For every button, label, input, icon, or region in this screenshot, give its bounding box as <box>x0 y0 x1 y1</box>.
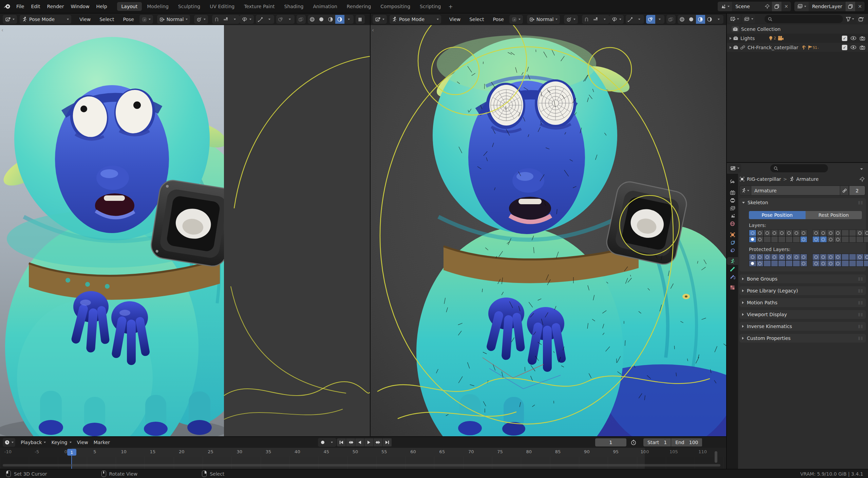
collapse-toolbar-icon[interactable]: ‹ <box>1 27 3 33</box>
layer-cell[interactable] <box>834 236 842 243</box>
pivot-point-selector[interactable] <box>194 15 208 24</box>
layer-cell[interactable] <box>756 230 764 236</box>
layer-cell[interactable] <box>842 230 849 236</box>
preview-range-stopwatch-icon[interactable] <box>630 439 637 445</box>
tab-object-data-armature[interactable] <box>727 257 738 265</box>
editor-type-3d-viewport[interactable] <box>373 15 387 24</box>
shading-rendered-icon[interactable] <box>335 15 344 24</box>
layer-cell[interactable] <box>763 254 771 260</box>
collapse-toolbar-icon[interactable]: ‹ <box>372 27 374 33</box>
expand-icon[interactable] <box>730 37 732 40</box>
pin-icon[interactable] <box>860 177 865 182</box>
jump-to-start-button[interactable] <box>337 438 346 446</box>
gizmo-icon[interactable] <box>256 15 265 24</box>
layer-cell[interactable] <box>849 236 856 243</box>
tab-output[interactable] <box>727 196 738 204</box>
snap-dropdown[interactable] <box>600 15 609 24</box>
tab-world[interactable] <box>727 220 738 228</box>
scene-name[interactable]: Scene <box>732 4 762 9</box>
datablock-users-count[interactable]: 2 <box>849 186 865 195</box>
scene-icon[interactable] <box>718 2 732 11</box>
layer-cell[interactable] <box>849 260 856 267</box>
gizmo-dropdown[interactable] <box>635 15 644 24</box>
pin-icon[interactable] <box>762 2 772 11</box>
jump-to-end-button[interactable] <box>383 438 392 446</box>
render-visibility-icon[interactable] <box>860 45 865 50</box>
collection-checkbox[interactable]: ✓ <box>842 36 847 41</box>
layer-cell[interactable] <box>749 260 756 267</box>
layer-cell[interactable] <box>856 230 864 236</box>
layer-cell[interactable] <box>856 260 864 267</box>
layer-cell[interactable] <box>827 230 834 236</box>
tab-object[interactable] <box>727 231 738 238</box>
layer-cell[interactable] <box>812 236 820 243</box>
layer-cell[interactable] <box>820 236 827 243</box>
editor-type-outliner[interactable] <box>728 15 741 23</box>
shading-wireframe-icon[interactable] <box>308 15 317 24</box>
tab-tool[interactable] <box>727 178 738 186</box>
datablock-name-field[interactable]: Armature <box>751 186 840 195</box>
layer-cell[interactable] <box>864 230 868 236</box>
layer-cell[interactable] <box>849 254 856 260</box>
playback-menu[interactable]: Playback <box>18 440 49 445</box>
editor-type-3d-viewport[interactable] <box>3 15 17 24</box>
layer-cell[interactable] <box>827 260 834 267</box>
breadcrumb-data[interactable]: Armature <box>796 176 819 182</box>
layer-cell[interactable] <box>842 260 849 267</box>
tab-modeling[interactable]: Modeling <box>143 2 173 11</box>
outliner-row-character[interactable]: CH-Franck_caterpillar 51 . ✓ <box>727 43 868 52</box>
menu-edit[interactable]: Edit <box>27 4 43 9</box>
pose-menu[interactable]: Pose <box>490 17 506 22</box>
active-tool-chip[interactable] <box>509 15 523 24</box>
tab-view-layer[interactable] <box>727 204 738 212</box>
pivot-point-selector[interactable] <box>564 15 578 24</box>
shading-rendered-icon[interactable] <box>705 15 714 24</box>
panel-grip-icon[interactable]: ⣿⣿ <box>858 325 863 328</box>
view-layer-icon[interactable] <box>794 2 809 11</box>
play-button[interactable] <box>364 438 373 446</box>
tab-render[interactable] <box>727 189 738 196</box>
xray-toggle[interactable] <box>297 15 306 24</box>
tab-bone[interactable] <box>727 265 738 273</box>
layer-cell[interactable] <box>827 254 834 260</box>
layer-cell[interactable] <box>842 254 849 260</box>
record-icon[interactable] <box>318 438 327 447</box>
layer-cell[interactable] <box>834 230 842 236</box>
timeline-ruler[interactable]: -10-505101520253035404550556065707580859… <box>0 448 726 457</box>
layer-cell[interactable] <box>763 236 771 243</box>
breadcrumb-object[interactable]: RIG-caterpillar <box>747 176 781 182</box>
menu-window[interactable]: Window <box>67 4 93 9</box>
timeline-tracks[interactable] <box>0 457 726 469</box>
xray-toggle[interactable] <box>666 15 676 24</box>
snap-magnet-icon[interactable] <box>212 15 221 24</box>
layer-cell[interactable] <box>864 254 868 260</box>
layer-cell[interactable] <box>800 230 808 236</box>
link-icon[interactable] <box>840 186 849 195</box>
layer-cell[interactable] <box>756 236 764 243</box>
collection-checkbox[interactable]: ✓ <box>842 45 847 50</box>
tab-sculpting[interactable]: Sculpting <box>174 2 205 11</box>
layer-cell[interactable] <box>800 260 808 267</box>
tab-rendering[interactable]: Rendering <box>342 2 376 11</box>
viewport-right-canvas[interactable]: ‹ <box>371 25 726 436</box>
mode-selector[interactable]: Pose Mode <box>390 15 441 24</box>
unlink-scene-button[interactable]: ✕ <box>781 2 791 11</box>
snap-dropdown[interactable] <box>230 15 240 24</box>
blender-logo-icon[interactable] <box>3 3 11 9</box>
expand-icon[interactable] <box>730 46 732 49</box>
transform-orientation[interactable]: Normal <box>157 15 190 24</box>
panel-grip-icon[interactable]: ⣿⣿ <box>858 313 863 316</box>
layer-cell[interactable] <box>834 254 842 260</box>
gizmo-dropdown[interactable] <box>265 15 274 24</box>
new-view-layer-button[interactable] <box>846 2 855 11</box>
panel-custom-properties[interactable]: Custom Properties⣿⣿ <box>739 334 866 343</box>
filter-button[interactable] <box>846 17 854 21</box>
layer-cell[interactable] <box>812 260 820 267</box>
view-menu[interactable]: View <box>77 17 93 22</box>
layer-cell[interactable] <box>820 260 827 267</box>
marker-menu[interactable]: Marker <box>91 440 113 445</box>
layer-cell[interactable] <box>771 236 778 243</box>
current-frame-marker[interactable]: 1 <box>67 449 76 456</box>
pose-position-button[interactable]: Pose Position <box>749 211 806 219</box>
panel-pose-library[interactable]: Pose Library (Legacy)⣿⣿ <box>739 286 866 295</box>
